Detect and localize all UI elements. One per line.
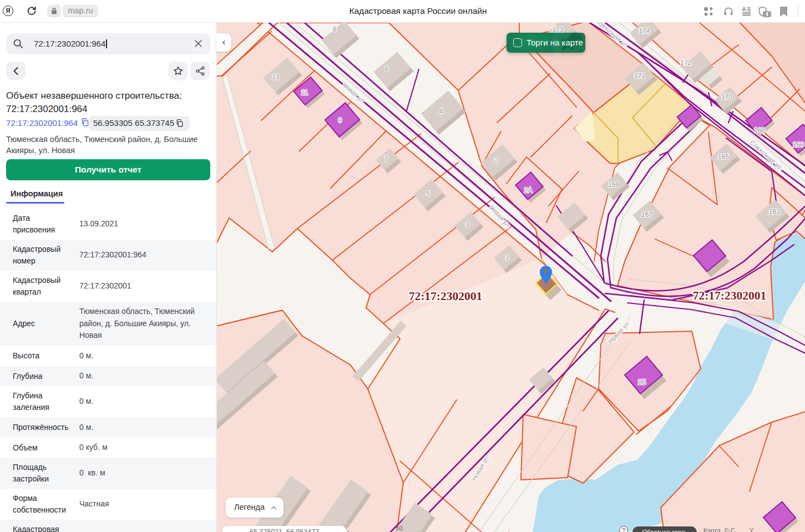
svg-text:166: 166 (793, 141, 804, 149)
svg-text:169: 169 (608, 181, 619, 189)
svg-text:4: 4 (439, 108, 443, 115)
svg-text:172: 172 (680, 59, 691, 67)
svg-text:11: 11 (301, 89, 308, 97)
svg-text:165: 165 (718, 153, 729, 161)
svg-text:5: 5 (426, 190, 430, 197)
svg-text:174: 174 (639, 27, 650, 35)
svg-text:2: 2 (494, 156, 498, 164)
svg-text:3: 3 (465, 221, 469, 229)
svg-text:72:17:2302001: 72:17:2302001 (693, 289, 767, 302)
svg-text:7: 7 (384, 155, 388, 163)
svg-text:170: 170 (721, 93, 732, 101)
svg-text:1: 1 (505, 254, 509, 261)
svg-text:168: 168 (754, 126, 765, 134)
svg-text:8: 8 (333, 26, 337, 33)
svg-text:171: 171 (634, 72, 645, 80)
svg-text:2А: 2А (524, 186, 533, 194)
svg-text:6: 6 (385, 65, 389, 73)
svg-text:72:17:2302001: 72:17:2302001 (409, 290, 483, 303)
svg-text:163: 163 (769, 208, 780, 216)
svg-text:9: 9 (338, 116, 342, 124)
svg-text:1Б: 1Б (638, 378, 646, 386)
svg-text:167: 167 (641, 211, 652, 219)
svg-text:13: 13 (272, 73, 280, 81)
